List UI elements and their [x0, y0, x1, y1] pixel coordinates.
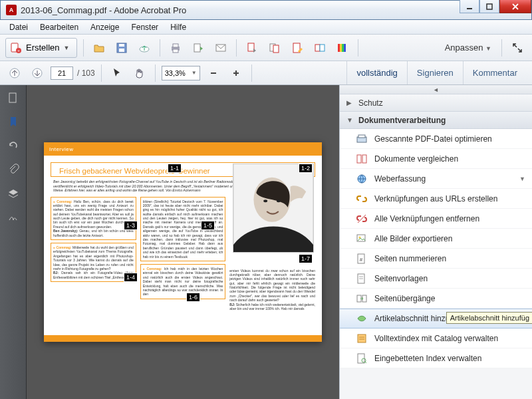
- svg-rect-16: [248, 43, 254, 51]
- menu-datei[interactable]: Datei: [4, 21, 33, 33]
- arrow-up-circle-icon: [9, 67, 21, 79]
- folder-open-icon: [93, 42, 105, 54]
- region-tag: 1-3: [124, 221, 138, 230]
- tab-sign[interactable]: Signieren: [407, 61, 463, 84]
- create-label: Erstellen: [26, 43, 60, 53]
- hand-icon: [134, 67, 146, 79]
- item-page-templates[interactable]: Seitenvorlagen: [340, 269, 532, 289]
- layers-icon[interactable]: [6, 186, 21, 201]
- save-button[interactable]: [112, 39, 131, 57]
- tooltip: Artikelabschnitt hinzufüg: [446, 312, 532, 324]
- svg-rect-22: [338, 44, 340, 52]
- item-export-images[interactable]: Alle Bilder exportieren: [340, 229, 532, 249]
- pages-icon: [269, 42, 281, 54]
- combine-button[interactable]: [311, 39, 329, 57]
- item-remove-links[interactable]: Alle Verknüpfungen entfernen: [340, 209, 532, 229]
- svg-rect-31: [9, 93, 16, 102]
- edit-text-button[interactable]: [288, 39, 307, 57]
- email-button[interactable]: [211, 39, 230, 57]
- combine-icon: [314, 42, 326, 54]
- rainbow-icon: [336, 42, 348, 54]
- customize-button[interactable]: Anpassen ▼: [441, 43, 495, 53]
- panel-collapse-button[interactable]: ◄: [340, 85, 532, 94]
- index-icon: [356, 352, 368, 364]
- cloud-icon: [138, 42, 150, 54]
- item-optimize-scanned[interactable]: Gescannte PDF-Datei optimieren: [340, 129, 532, 149]
- svg-rect-25: [344, 44, 346, 52]
- maximize-button[interactable]: [479, 0, 499, 13]
- zoom-combo[interactable]: 33,3%▼: [162, 66, 200, 80]
- item-compare[interactable]: Dokumente vergleichen: [340, 149, 532, 169]
- svg-rect-52: [358, 334, 366, 342]
- svg-rect-14: [194, 44, 200, 52]
- article-icon: [356, 313, 368, 325]
- menu-bearbeiten[interactable]: Bearbeiten: [35, 21, 84, 33]
- print-button[interactable]: [166, 39, 185, 57]
- transition-icon: [356, 293, 368, 305]
- share-button[interactable]: [189, 39, 207, 57]
- menu-hilfe[interactable]: Hilfe: [165, 21, 192, 33]
- section-docprocessing[interactable]: ▼Dokumentverarbeitung: [340, 112, 532, 129]
- hand-tool-button[interactable]: [130, 64, 149, 82]
- page-section-label: Interview: [49, 146, 74, 152]
- pdf-page: Interview Frisch gebackener Webvideoprei…: [44, 142, 322, 342]
- section-protect[interactable]: ▶Schutz: [340, 94, 532, 112]
- cloud-button[interactable]: [135, 39, 154, 57]
- chevron-down-icon: ▼: [346, 116, 353, 124]
- region-tag: 1-2: [299, 164, 313, 173]
- bookmarks-icon[interactable]: [6, 114, 21, 129]
- menu-fenster[interactable]: Fenster: [126, 21, 164, 33]
- item-catalog-index[interactable]: Volltextindex mit Catalog verwalten Arti…: [340, 329, 532, 348]
- select-tool-button[interactable]: [108, 64, 126, 82]
- svg-rect-1: [487, 4, 492, 9]
- floppy-icon: [116, 42, 128, 54]
- item-transitions[interactable]: Seitenübergänge: [340, 289, 532, 309]
- svg-rect-38: [358, 135, 365, 138]
- app-icon: A: [6, 5, 17, 15]
- catalog-icon: [356, 332, 368, 344]
- tab-tools[interactable]: vollständig: [346, 61, 406, 84]
- create-button[interactable]: + Erstellen ▼: [5, 38, 77, 58]
- open-button[interactable]: [90, 39, 108, 57]
- thumbnails-icon[interactable]: [6, 90, 21, 105]
- svg-rect-39: [357, 155, 361, 163]
- svg-rect-8: [119, 49, 124, 52]
- link-add-icon: [356, 193, 368, 205]
- item-webcapture[interactable]: Weberfassung▼: [340, 169, 532, 189]
- page-total-label: / 103: [77, 68, 95, 78]
- item-create-links[interactable]: Verknüpfungen aus URLs erstellen: [340, 189, 532, 209]
- scanner-icon: [356, 133, 368, 145]
- page-down-button[interactable]: [28, 64, 47, 82]
- svg-rect-21: [320, 45, 325, 51]
- svg-rect-40: [362, 155, 366, 163]
- menu-anzeige[interactable]: Anzeige: [85, 21, 124, 33]
- document-view[interactable]: Interview Frisch gebackener Webvideoprei…: [27, 85, 339, 399]
- signatures-icon[interactable]: [6, 210, 21, 225]
- zoom-in-button[interactable]: [227, 64, 245, 82]
- page-number-input[interactable]: [51, 66, 73, 80]
- convert-button[interactable]: [265, 39, 284, 57]
- svg-text:+: +: [17, 49, 20, 53]
- plus-icon: [231, 68, 241, 78]
- region-tag: 1-1: [168, 164, 182, 173]
- toolbar-main: + Erstellen ▼ Anpassen ▼: [0, 35, 532, 61]
- refresh-icon[interactable]: [6, 138, 21, 153]
- svg-rect-23: [340, 44, 342, 52]
- svg-rect-9: [119, 44, 124, 47]
- close-button[interactable]: [499, 0, 531, 13]
- minimize-button[interactable]: [460, 0, 479, 13]
- tab-comment[interactable]: Kommentar: [463, 61, 527, 84]
- svg-rect-18: [273, 45, 279, 53]
- fullscreen-button[interactable]: [508, 39, 527, 57]
- chevron-right-icon: ▶: [346, 99, 353, 106]
- page-up-button[interactable]: [5, 64, 24, 82]
- region-tag: 1-4: [124, 273, 138, 282]
- color-button[interactable]: [333, 39, 352, 57]
- item-number-pages[interactable]: #Seiten nummerieren: [340, 249, 532, 269]
- zoom-out-button[interactable]: [204, 64, 223, 82]
- minus-icon: [209, 68, 218, 78]
- arrow-down-circle-icon: [31, 67, 43, 79]
- item-embedded-index[interactable]: Eingebetteten Index verwalten: [340, 348, 532, 368]
- export-pdf-button[interactable]: [243, 39, 261, 57]
- attachments-icon[interactable]: [6, 162, 21, 177]
